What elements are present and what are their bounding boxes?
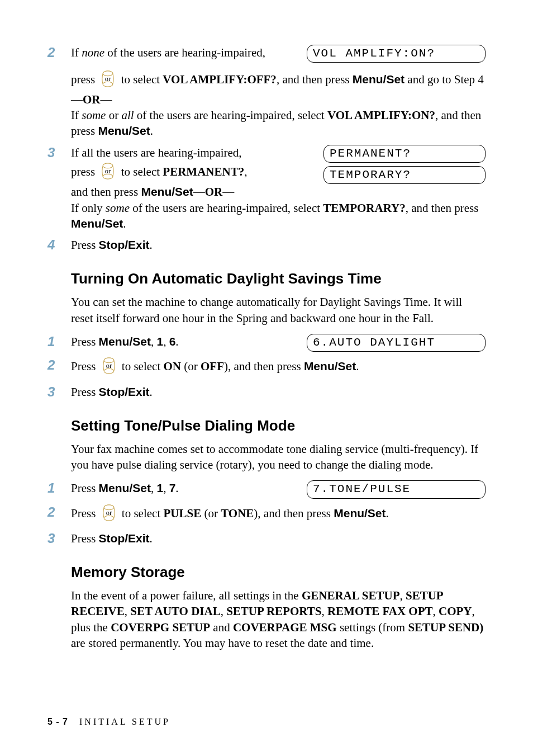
text: , [321, 604, 327, 618]
step-number: 2 [47, 357, 71, 374]
text: , [400, 589, 406, 602]
paragraph-memory: In the event of a power failure, all set… [71, 588, 486, 651]
text: , [244, 166, 247, 179]
text: . [356, 360, 359, 374]
text: and then press [71, 185, 141, 199]
key-label: 6 [169, 335, 176, 348]
button-label: Menu/Set [98, 124, 150, 137]
tone-step-1: 1 Press Menu/Set, 1, 7. 7.TONE/PULSE [47, 480, 486, 498]
text-emphasis: all [121, 108, 134, 122]
text: . [150, 124, 153, 138]
text: and [210, 621, 233, 634]
heading-tone: Setting Tone/Pulse Dialing Mode [71, 416, 486, 436]
text: Press [71, 238, 99, 252]
button-label: Stop/Exit [99, 532, 150, 545]
text: of the users are hearing-impaired, selec… [130, 201, 323, 215]
text: If only [71, 201, 106, 215]
text: If [71, 46, 82, 59]
text: , [433, 604, 439, 618]
lcd-display: 7.TONE/PULSE [307, 480, 486, 498]
text: Press [71, 507, 99, 520]
text: to select [118, 73, 163, 87]
text: , [151, 481, 157, 495]
tone-step-3: 3 Press Stop/Exit. [47, 531, 486, 547]
text: . [150, 385, 153, 399]
step-3: 3 PERMANENT? TEMPORARY? If all the users… [47, 145, 486, 232]
text: are stored permanently. You may have to … [71, 636, 374, 650]
text: ), and then press [254, 507, 334, 520]
button-label: Stop/Exit [99, 385, 150, 398]
text: In the event of a power failure, all set… [71, 589, 302, 602]
text: Press [71, 360, 99, 374]
text: , [163, 335, 169, 348]
step-body: Press Menu/Set, 1, 6. 6.AUTO DAYLIGHT [71, 334, 486, 352]
text: , [125, 604, 131, 618]
step-4: 4 Press Stop/Exit. [47, 237, 486, 253]
text: — [101, 93, 112, 106]
text: Press [71, 532, 99, 545]
text-emphasis: some [106, 201, 130, 215]
or-nav-icon [99, 70, 116, 91]
option-label: ON [163, 360, 181, 374]
text-emphasis: none [82, 46, 104, 59]
button-label: Menu/Set [99, 335, 151, 348]
step-number: 2 [47, 45, 71, 61]
step-number: 3 [47, 531, 71, 547]
lcd-display: PERMANENT? [323, 145, 486, 163]
page-footer: 5 - 7 INITIAL SETUP [47, 716, 170, 728]
text: If [71, 108, 82, 122]
step-number: 2 [47, 504, 71, 521]
text: — [193, 185, 205, 199]
text: . [386, 507, 389, 520]
daylight-step-1: 1 Press Menu/Set, 1, 6. 6.AUTO DAYLIGHT [47, 334, 486, 352]
heading-daylight: Turning On Automatic Daylight Savings Ti… [71, 269, 486, 289]
text: , and then press [277, 73, 353, 87]
daylight-step-2: 2 Press to select ON (or OFF), and then … [47, 357, 486, 378]
step-body: PERMANENT? TEMPORARY? If all the users a… [71, 145, 486, 232]
text-emphasis: some [82, 108, 106, 122]
text: Press [71, 481, 99, 495]
text: , [221, 604, 227, 618]
step-number: 3 [47, 384, 71, 400]
option-label: TONE [221, 507, 254, 520]
button-label: Menu/Set [141, 185, 193, 198]
step-body: Press Stop/Exit. [71, 531, 486, 546]
text: of the users are hearing-impaired, [104, 46, 265, 59]
text-or: OR [205, 185, 223, 199]
paragraph-tone: Your fax machine comes set to accommodat… [71, 441, 486, 473]
menu-name: COVERPG SETUP [111, 621, 210, 634]
text: settings (from [337, 621, 408, 634]
text: Press [71, 335, 99, 348]
text: to select [119, 360, 164, 374]
option-label: OFF [201, 360, 224, 374]
text: . [175, 335, 178, 348]
text: . [175, 481, 178, 495]
step-body: Press Stop/Exit. [71, 384, 486, 400]
option-label: VOL AMPLIFY:ON? [327, 108, 435, 122]
button-label: Menu/Set [334, 507, 386, 519]
or-nav-icon [99, 163, 116, 183]
text: . [123, 217, 126, 230]
step-number: 1 [47, 334, 71, 350]
step-body: If none of the users are hearing-impaire… [71, 45, 486, 139]
text: to select [118, 166, 163, 179]
key-label: 1 [156, 335, 163, 348]
text: press [71, 73, 98, 87]
text: — [222, 185, 234, 199]
step-body: Press Stop/Exit. [71, 237, 486, 253]
menu-name: SETUP SEND) [408, 621, 483, 634]
button-label: Menu/Set [304, 360, 356, 373]
option-label: VOL AMPLIFY:OFF? [163, 73, 277, 87]
option-label: TEMPORARY? [323, 201, 405, 215]
lcd-display: VOL AMPLIFY:ON? [307, 45, 486, 63]
text-or: OR [83, 93, 101, 106]
text: ), and then press [224, 360, 304, 374]
or-nav-icon [101, 504, 117, 525]
section-name: INITIAL SETUP [79, 717, 170, 726]
text: (or [181, 360, 201, 374]
text: , [163, 481, 169, 495]
menu-name: SETUP REPORTS [226, 604, 321, 618]
text: or [106, 108, 121, 122]
step-body: Press to select PULSE (or TONE), and the… [71, 504, 486, 525]
text: (or [201, 507, 221, 520]
